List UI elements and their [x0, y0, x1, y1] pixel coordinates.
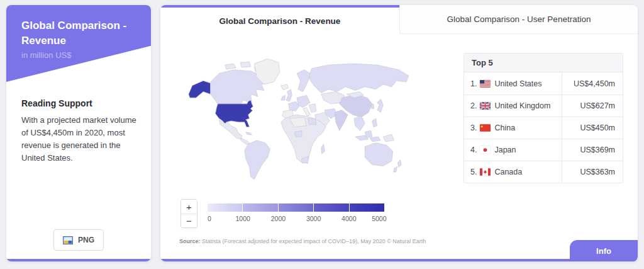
source-attribution: Source: Statista (Forecast adjusted for … [179, 238, 464, 244]
flag-ca-icon [480, 168, 491, 176]
zoom-out-button[interactable]: − [181, 214, 197, 227]
country-name: United Kingdom [494, 101, 550, 110]
legend-tick: 5000 [372, 215, 386, 222]
reading-support-heading: Reading Support [21, 98, 137, 108]
map-region-south-america[interactable] [245, 140, 270, 180]
accent-strip [6, 259, 151, 261]
panel-subtitle: in million US$ [21, 50, 138, 60]
legend-bar [208, 203, 384, 212]
map-region-united-kingdom[interactable] [286, 89, 292, 101]
panel-header: Global Comparison - Revenue in million U… [6, 5, 151, 82]
zoom-in-button[interactable]: + [181, 200, 197, 214]
map-region-mexico[interactable] [219, 120, 242, 139]
country-name: China [494, 123, 515, 132]
map-region-indochina[interactable] [354, 116, 365, 130]
country-value: US$363m [562, 161, 623, 183]
map-region-japan[interactable] [377, 99, 384, 112]
map-region-nigeria[interactable] [294, 130, 302, 137]
country-value: US$627m [562, 95, 623, 117]
map-region-russia[interactable] [309, 64, 409, 93]
map-region-cuba[interactable] [246, 132, 252, 135]
map-region-philippines[interactable] [372, 118, 377, 127]
country-value: US$369m [562, 139, 623, 161]
tab-global-comparison-revenue[interactable]: Global Comparison - Revenue [160, 5, 399, 34]
reading-support-panel: Global Comparison - Revenue in million U… [6, 5, 151, 261]
tab-global-comparison-user-penetration[interactable]: Global Comparison - User Penetration [399, 5, 638, 34]
legend-tick: 1000 [236, 215, 250, 222]
table-row: 1. United States US$4,450m [464, 72, 623, 94]
map-region-ireland[interactable] [281, 95, 286, 100]
map-region-new-zealand[interactable] [397, 160, 401, 168]
legend-tick: 2000 [271, 215, 286, 222]
map-region-indonesia[interactable] [370, 137, 380, 142]
rank: 1. [470, 79, 477, 88]
flag-jp-icon [480, 146, 491, 154]
legend-tick: 0 [208, 215, 211, 222]
map-region-arctic-islands[interactable] [240, 62, 250, 67]
accent-strip [160, 259, 638, 261]
source-text: Statista (Forecast adjusted for expected… [201, 238, 426, 244]
tab-label: Global Comparison - Revenue [219, 16, 341, 26]
image-icon [63, 236, 73, 244]
top5-header: Top 5 [464, 54, 623, 72]
panel-title: Global Comparison - Revenue [21, 18, 138, 49]
reading-support-text: With a projected market volume of US$4,4… [21, 114, 137, 165]
map-region-madagascar[interactable] [321, 144, 325, 154]
rank: 5. [470, 168, 477, 176]
country-value: US$4,450m [562, 72, 623, 94]
map-region-egypt[interactable] [308, 118, 316, 125]
world-choropleth-map[interactable] [178, 47, 452, 193]
map-region-australia[interactable] [365, 143, 392, 166]
legend-tick: 3000 [306, 215, 321, 222]
rank: 4. [470, 146, 477, 154]
country-name: Japan [494, 146, 516, 154]
top5-table: Top 5 1. United States US$4,450m 2. [464, 53, 623, 183]
map-region-iceland[interactable] [281, 84, 289, 90]
table-row: 2. United Kingdom US$627m [464, 94, 623, 117]
color-scale-legend: 0 1000 2000 3000 4000 5000 [208, 203, 384, 224]
legend-tick: 4000 [341, 215, 356, 222]
flag-gb-icon [480, 102, 491, 110]
map-region-alaska[interactable] [189, 81, 211, 98]
country-value: US$450m [562, 117, 623, 139]
map-zoom-controls: + − [180, 199, 197, 228]
rank: 3. [470, 123, 477, 132]
country-name: Canada [494, 168, 522, 176]
tab-label: Global Comparison - User Penetration [447, 14, 591, 24]
map-region-central-europe[interactable] [297, 95, 310, 107]
flag-cn-icon [480, 124, 491, 132]
country-name: United States [494, 79, 541, 88]
legend-ticks: 0 1000 2000 3000 4000 5000 [208, 215, 384, 224]
map-region-balkans[interactable] [309, 104, 316, 113]
map-region-scandinavia[interactable] [297, 70, 310, 92]
rank: 2. [470, 101, 477, 110]
chart-card: Global Comparison - Revenue Global Compa… [160, 5, 638, 261]
source-label: Source: [179, 238, 201, 244]
reading-support: Reading Support With a projected market … [21, 98, 137, 165]
png-button-label: PNG [78, 236, 94, 244]
info-button[interactable]: Info [570, 240, 638, 261]
flag-us-icon [480, 80, 491, 88]
download-png-button[interactable]: PNG [53, 229, 104, 251]
table-row: 5. Canada US$363m [464, 161, 623, 183]
map-region-new-guinea[interactable] [383, 134, 394, 142]
table-row: 4. Japan US$369m [464, 139, 623, 161]
map-region-new-zealand[interactable] [394, 166, 397, 172]
map-region-arctic-islands[interactable] [225, 64, 236, 69]
table-row: 3. China US$450m [464, 117, 623, 139]
map-region-italy[interactable] [303, 108, 311, 117]
map-region-india[interactable] [335, 110, 348, 131]
